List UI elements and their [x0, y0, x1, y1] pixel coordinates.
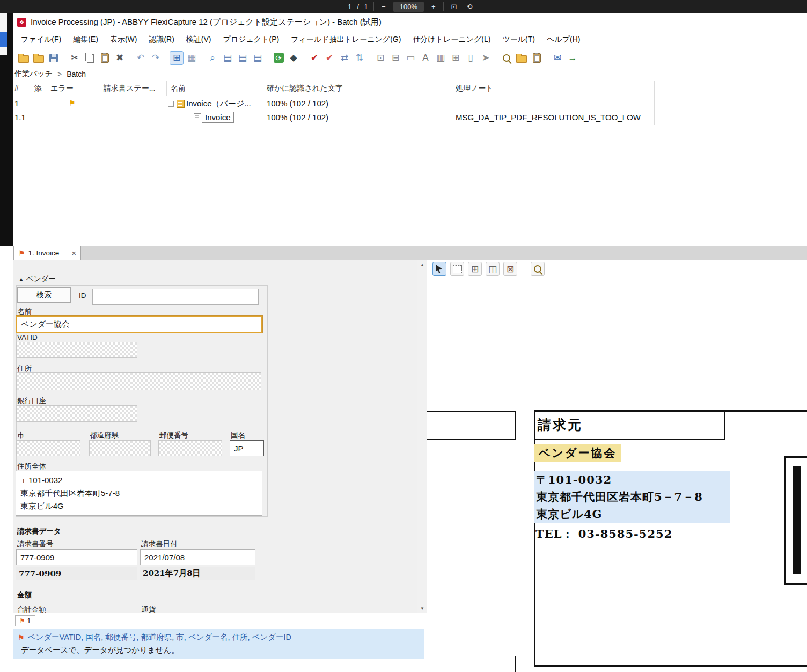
- rotate-page-icon[interactable]: ⟲: [464, 3, 474, 11]
- properties-icon[interactable]: [530, 51, 544, 65]
- error-fields-list[interactable]: ベンダーVATID, 国名, 郵便番号, 都道府県, 市, ベンダー名, 住所,…: [28, 632, 292, 642]
- vendor-name-input[interactable]: ベンダー協会: [16, 316, 262, 333]
- invoice-number-input[interactable]: 777-0909: [16, 549, 137, 565]
- load-images-icon[interactable]: [32, 51, 46, 65]
- invoice-date-input[interactable]: 2021/07/08: [140, 549, 255, 565]
- vatid-input[interactable]: [16, 342, 137, 358]
- full-address-box[interactable]: 〒101-0032 東京都千代田区岩本町5-7-8 東京ビル4G: [16, 471, 262, 516]
- copy-icon[interactable]: [83, 51, 97, 65]
- undo-icon[interactable]: ↶: [134, 51, 148, 65]
- details-view-icon[interactable]: ⊞: [170, 51, 184, 65]
- menu-item-10[interactable]: ヘルプ(H): [541, 33, 586, 47]
- table-region-tool-icon[interactable]: ⊞: [468, 262, 482, 276]
- training-icon[interactable]: ◆: [287, 51, 300, 65]
- region-tool-icon[interactable]: ▯: [464, 51, 478, 65]
- vendor-search-button[interactable]: 検索: [17, 287, 71, 303]
- replace-pages-icon[interactable]: ▤: [236, 51, 250, 65]
- menu-item-8[interactable]: 仕分けトレーニング(L): [407, 33, 496, 47]
- column-header-name[interactable]: 名前: [171, 84, 186, 93]
- merge-documents-icon[interactable]: ⇅: [353, 51, 366, 65]
- zoom-level[interactable]: 100%: [393, 2, 424, 12]
- delete-icon-glyph: ✖: [116, 53, 123, 62]
- zoom-tool-icon[interactable]: [531, 262, 545, 276]
- country-input[interactable]: JP: [230, 440, 264, 456]
- menu-item-9[interactable]: ツール(T): [496, 33, 541, 47]
- menu-item-7[interactable]: フィールド抽出トレーニング(G): [285, 33, 407, 47]
- split-tool-icon[interactable]: ▭: [404, 51, 417, 65]
- fit-page-icon[interactable]: ⊡: [449, 3, 459, 11]
- vendor-id-input[interactable]: [92, 289, 259, 305]
- form-scrollbar[interactable]: ▲ ▼: [417, 260, 427, 613]
- column-header-num[interactable]: #: [14, 84, 19, 92]
- append-pages-icon[interactable]: ▤: [221, 51, 234, 65]
- save-icon[interactable]: [47, 51, 61, 65]
- region-select-tool-icon[interactable]: [450, 262, 464, 276]
- column-header-recognized[interactable]: 確かに認識された文字: [267, 84, 343, 93]
- text-tool-icon[interactable]: A: [419, 51, 432, 65]
- delete-icon[interactable]: ✖: [113, 51, 127, 65]
- city-input[interactable]: [16, 440, 80, 456]
- scroll-down-icon[interactable]: ▼: [417, 604, 427, 613]
- open-batch-icon[interactable]: [17, 51, 31, 65]
- doc-address-highlight[interactable]: 〒101-0032 東京都千代田区岩本町5－7－8 東京ビル4G: [534, 471, 730, 523]
- table-tool-icon-glyph: ⊞: [452, 53, 459, 62]
- find-icon[interactable]: [500, 51, 513, 65]
- column-header-note[interactable]: 処理ノート: [456, 84, 494, 93]
- document-tab[interactable]: ⚑ 1. Invoice ×: [13, 246, 81, 260]
- column-header-status[interactable]: 請求書ステー...: [104, 84, 155, 93]
- menu-item-3[interactable]: 表示(W): [104, 33, 143, 47]
- thumbnails-view-icon[interactable]: ▦: [185, 51, 199, 65]
- menu-item-1[interactable]: ファイル(F): [15, 33, 67, 47]
- edit-region-tool-icon[interactable]: ◫: [486, 262, 500, 276]
- invoice-number-value: 777-0909: [20, 553, 54, 562]
- details-view-icon-glyph: ⊞: [173, 53, 180, 62]
- row1-name[interactable]: Invoice（バージ...: [186, 99, 251, 109]
- vendor-section-header[interactable]: ▲ ベンダー: [19, 274, 56, 284]
- toolbar-separator: [304, 52, 304, 64]
- scroll-up-icon[interactable]: ▲: [417, 260, 427, 269]
- import-pages-icon[interactable]: ⇄: [338, 51, 351, 65]
- export-data-icon[interactable]: →: [566, 51, 579, 65]
- redo-icon[interactable]: ↷: [149, 51, 163, 65]
- page-tab-1[interactable]: ⚑ 1: [15, 615, 35, 626]
- show-image-icon[interactable]: ⌕: [206, 51, 219, 65]
- collapse-icon[interactable]: ▲: [19, 276, 24, 282]
- cut-icon[interactable]: ✂: [68, 51, 82, 65]
- menu-item-6[interactable]: プロジェクト(P): [217, 33, 285, 47]
- window-title: Invoice Processing (JP) - ABBYY FlexiCap…: [31, 17, 382, 27]
- row1-num[interactable]: 1: [14, 99, 19, 108]
- table-tool-icon[interactable]: ⊞: [449, 51, 463, 65]
- verify-all-icon[interactable]: ✔: [322, 51, 336, 65]
- delete-region-tool-icon[interactable]: ⊠: [503, 262, 517, 276]
- prefecture-input[interactable]: [89, 440, 151, 456]
- tree-collapse-icon[interactable]: −: [168, 101, 174, 107]
- verify-icon[interactable]: ✔: [307, 51, 321, 65]
- breadcrumb-root[interactable]: 作業バッチ: [14, 69, 53, 79]
- column-header-error[interactable]: エラー: [50, 84, 74, 93]
- row2-name-selected[interactable]: Invoice: [202, 112, 234, 123]
- close-tab-icon[interactable]: ×: [71, 249, 76, 258]
- recognize-icon[interactable]: ⟳: [272, 51, 285, 65]
- document-viewer[interactable]: ⊞◫⊠ 請求元 ベンダー協会 〒101-0032 東京都千代田区岩本町5－7－8…: [427, 260, 807, 672]
- menu-item-2[interactable]: 編集(E): [67, 33, 104, 47]
- paste-icon[interactable]: [98, 51, 112, 65]
- menu-item-5[interactable]: 検証(V): [180, 33, 217, 47]
- zoom-in-button[interactable]: +: [429, 3, 438, 11]
- doc-vendor-name-highlight[interactable]: ベンダー協会: [534, 444, 621, 462]
- crop-tool-icon[interactable]: ⊡: [373, 51, 387, 65]
- page-number[interactable]: 1: [348, 3, 351, 11]
- select-tool-icon[interactable]: [432, 262, 446, 276]
- send-email-icon[interactable]: ✉: [551, 51, 564, 65]
- open-document-icon[interactable]: [515, 51, 529, 65]
- export-pages-icon[interactable]: ▤: [251, 51, 265, 65]
- column-header-attach[interactable]: 添: [34, 84, 42, 93]
- postal-code-input[interactable]: [158, 440, 222, 456]
- row2-num[interactable]: 1.1: [14, 113, 26, 122]
- address-input[interactable]: [16, 372, 261, 390]
- zoom-out-button[interactable]: −: [379, 3, 388, 11]
- deskew-tool-icon[interactable]: ⊟: [388, 51, 402, 65]
- barcode-tool-icon[interactable]: ▥: [434, 51, 447, 65]
- menu-item-4[interactable]: 認識(R): [143, 33, 180, 47]
- bank-account-input[interactable]: [16, 405, 137, 422]
- hand-tool-icon[interactable]: ➤: [479, 51, 493, 65]
